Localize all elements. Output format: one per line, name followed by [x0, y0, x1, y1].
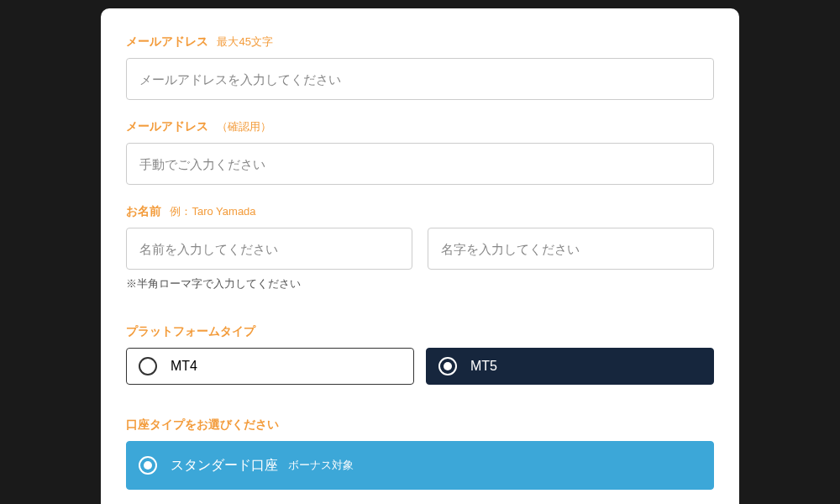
name-inputs-row — [126, 228, 714, 270]
platform-option-label: MT5 — [470, 359, 497, 374]
platform-label: プラットフォームタイプ — [126, 324, 255, 338]
radio-icon — [139, 357, 157, 375]
email-confirm-input[interactable] — [126, 143, 714, 185]
platform-field-group: プラットフォームタイプ MT4 MT5 — [126, 323, 714, 385]
first-name-input[interactable] — [126, 228, 412, 270]
email-hint: 最大45文字 — [217, 35, 272, 48]
account-option-standard[interactable]: スタンダード口座 ボーナス対象 — [126, 441, 714, 490]
name-hint: 例：Taro Yamada — [170, 205, 255, 218]
account-type-radio-row: スタンダード口座 ボーナス対象 — [126, 441, 714, 490]
email-confirm-hint: （確認用） — [217, 120, 271, 133]
account-option-sub: ボーナス対象 — [288, 458, 354, 473]
email-label-row: メールアドレス 最大45文字 — [126, 34, 714, 50]
account-type-field-group: 口座タイプをお選びください スタンダード口座 ボーナス対象 — [126, 417, 714, 490]
email-confirm-field-group: メールアドレス （確認用） — [126, 118, 714, 185]
name-label-row: お名前 例：Taro Yamada — [126, 203, 714, 219]
account-type-label-row: 口座タイプをお選びください — [126, 417, 714, 433]
platform-option-label: MT4 — [171, 359, 197, 374]
radio-icon — [438, 357, 457, 375]
platform-label-row: プラットフォームタイプ — [126, 323, 714, 339]
account-type-label: 口座タイプをお選びください — [126, 417, 279, 431]
name-field-group: お名前 例：Taro Yamada ※半角ローマ字で入力してください — [126, 203, 714, 291]
name-helper-text: ※半角ローマ字で入力してください — [126, 276, 714, 291]
email-confirm-label: メールアドレス — [126, 119, 208, 133]
platform-radio-row: MT4 MT5 — [126, 348, 714, 385]
radio-icon — [139, 456, 157, 475]
platform-option-mt4[interactable]: MT4 — [126, 348, 414, 385]
platform-option-mt5[interactable]: MT5 — [426, 348, 714, 385]
name-label: お名前 — [126, 204, 161, 218]
email-field-group: メールアドレス 最大45文字 — [126, 34, 714, 100]
registration-form-card: メールアドレス 最大45文字 メールアドレス （確認用） お名前 例：Taro … — [101, 8, 739, 504]
email-input[interactable] — [126, 58, 714, 100]
last-name-input[interactable] — [428, 228, 714, 270]
email-label: メールアドレス — [126, 34, 208, 48]
email-confirm-label-row: メールアドレス （確認用） — [126, 118, 714, 134]
account-option-label: スタンダード口座 — [171, 457, 278, 475]
